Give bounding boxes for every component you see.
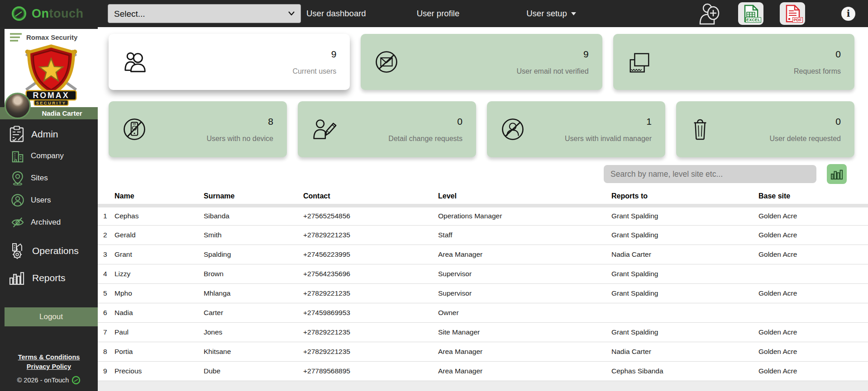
- sidebar-item-admin[interactable]: Admin: [0, 124, 98, 145]
- clipboard-icon: [9, 126, 24, 143]
- cell-base-site: Golden Acre: [758, 245, 868, 264]
- cell-surname: Mhlanga: [204, 283, 303, 303]
- search-row: [98, 164, 868, 184]
- cell-level: Supervisor: [438, 283, 611, 303]
- nav-user-dashboard[interactable]: User dashboard: [306, 9, 366, 19]
- table-body: 1 Cephas Sibanda +27565254856 Operations…: [98, 206, 868, 381]
- sidebar-item-operations[interactable]: Operations: [0, 240, 98, 261]
- bar-chart-small-icon: [830, 168, 843, 180]
- privacy-link[interactable]: Privacy Policy: [0, 363, 98, 370]
- ontouch-mini-logo-icon: [72, 376, 81, 385]
- sidebar-item-company[interactable]: Company: [0, 145, 98, 167]
- table-row[interactable]: 2 Gerald Smith +27829221235 Staff Grant …: [98, 225, 868, 245]
- col-name: Name: [114, 190, 204, 206]
- export-excel-button[interactable]: EXCEL: [738, 2, 763, 25]
- copyright: © 2026 - onTouch: [0, 376, 98, 385]
- card-delete-requested[interactable]: 0 User delete requested: [676, 101, 854, 157]
- table-header-row: Name Surname Contact Level Reports to Ba…: [98, 190, 868, 206]
- sidebar: Romax Security ROMAX SECURITY Nadia Cart…: [0, 27, 98, 391]
- cell-level: Owner: [438, 303, 611, 322]
- table-row[interactable]: 8 Portia Khitsane +27829221235 Area Mana…: [98, 342, 868, 361]
- nav-user-profile[interactable]: User profile: [417, 9, 460, 19]
- sidebar-item-users[interactable]: Users: [0, 189, 98, 211]
- card-detail-change-requests[interactable]: 0 Detail change requests: [298, 101, 476, 157]
- cell-surname: Spalding: [204, 245, 303, 264]
- svg-text:ROMAX: ROMAX: [33, 91, 70, 100]
- cell-base-site: Golden Acre: [758, 361, 868, 381]
- cell-surname: Dube: [204, 361, 303, 381]
- filter-select[interactable]: Select...: [108, 4, 301, 23]
- row-number: 6: [98, 303, 114, 322]
- add-user-icon[interactable]: [698, 2, 722, 25]
- top-bar: Ontouch Select... User dashboard User pr…: [0, 0, 868, 27]
- table-row[interactable]: 6 Nadia Carter +27459869953 Owner: [98, 303, 868, 322]
- cell-name: Lizzy: [114, 264, 204, 283]
- cell-base-site: Golden Acre: [758, 206, 868, 225]
- table-row[interactable]: 3 Grant Spalding +27456223995 Area Manag…: [98, 245, 868, 264]
- cell-reports-to: Grant Spalding: [611, 264, 758, 283]
- col-number: [98, 190, 114, 206]
- cell-reports-to: Nadia Carter: [611, 342, 758, 361]
- card-current-users[interactable]: 9 Current users: [109, 34, 350, 90]
- sidebar-item-reports[interactable]: Reports: [0, 268, 98, 288]
- cell-base-site: [758, 264, 868, 283]
- cell-contact: +27456223995: [303, 245, 438, 264]
- cell-level: Area Manager: [438, 342, 611, 361]
- table-row[interactable]: 9 Precious Dube +27789568895 Area Manage…: [98, 361, 868, 381]
- bar-chart-icon: [9, 271, 25, 285]
- cell-reports-to: Grant Spalding: [611, 283, 758, 303]
- caret-down-icon: [571, 12, 576, 15]
- cell-level: Staff: [438, 225, 611, 245]
- card-invalid-manager[interactable]: 1 Users with invalid manager: [487, 101, 665, 157]
- card-label: Detail change requests: [388, 135, 463, 143]
- location-pin-icon: [11, 171, 24, 185]
- card-request-forms[interactable]: 0 Request forms: [613, 34, 854, 90]
- export-pdf-button[interactable]: PDF: [780, 2, 805, 25]
- sidebar-item-sites[interactable]: Sites: [0, 167, 98, 189]
- request-forms-icon: [627, 50, 652, 74]
- user-circle-icon: [11, 193, 24, 207]
- cell-surname: Smith: [204, 225, 303, 245]
- card-email-not-verified[interactable]: 9 User email not verified: [361, 34, 602, 90]
- nav-user-setup[interactable]: User setup: [526, 9, 576, 19]
- table-row[interactable]: 5 Mpho Mhlanga +27829221235 Supervisor G…: [98, 283, 868, 303]
- cell-name: Grant: [114, 245, 204, 264]
- logout-button[interactable]: Logout: [5, 307, 98, 326]
- cell-contact: +27829221235: [303, 225, 438, 245]
- table-row[interactable]: 1 Cephas Sibanda +27565254856 Operations…: [98, 206, 868, 225]
- users-table: Name Surname Contact Level Reports to Ba…: [98, 190, 868, 381]
- users-icon: [122, 50, 148, 74]
- hamburger-menu-icon[interactable]: [10, 33, 22, 42]
- table-row[interactable]: 7 Paul Jones +27829221235 Site Manager G…: [98, 322, 868, 342]
- card-value: 0: [794, 49, 841, 60]
- stats-row-1: 9 Current users 9 User email not verifie…: [98, 34, 868, 90]
- cell-contact: +27564235696: [303, 264, 438, 283]
- cell-contact: +27565254856: [303, 206, 438, 225]
- col-contact: Contact: [303, 190, 438, 206]
- cell-reports-to: Grant Spalding: [611, 225, 758, 245]
- stats-row-2: 8 Users with no device 0 Detail change r…: [98, 101, 868, 157]
- chart-view-button[interactable]: [827, 164, 847, 184]
- table-row[interactable]: 4 Lizzy Brown +27564235696 Supervisor Gr…: [98, 264, 868, 283]
- search-input[interactable]: [604, 165, 816, 183]
- info-icon[interactable]: i: [841, 7, 855, 21]
- sidebar-item-archived[interactable]: Archived: [0, 211, 98, 233]
- cell-surname: Khitsane: [204, 342, 303, 361]
- terms-link[interactable]: Terms & Conditions: [0, 353, 98, 361]
- cell-surname: Jones: [204, 322, 303, 342]
- col-reports-to: Reports to: [611, 190, 758, 206]
- trash-icon: [690, 118, 711, 141]
- ontouch-logo-icon: [11, 5, 27, 22]
- card-label: Current users: [292, 67, 336, 75]
- card-users-no-device[interactable]: 8 Users with no device: [109, 101, 287, 157]
- cell-base-site: Golden Acre: [758, 322, 868, 342]
- card-label: User email not verified: [516, 67, 588, 75]
- company-name: Romax Security: [26, 33, 77, 41]
- col-base-site: Base site: [758, 190, 868, 206]
- row-number: 5: [98, 283, 114, 303]
- cell-level: Area Manager: [438, 361, 611, 381]
- cell-base-site: Golden Acre: [758, 342, 868, 361]
- card-value: 0: [388, 116, 463, 127]
- cell-reports-to: Nadia Carter: [611, 245, 758, 264]
- topbar-actions: EXCEL PDF i: [698, 2, 868, 25]
